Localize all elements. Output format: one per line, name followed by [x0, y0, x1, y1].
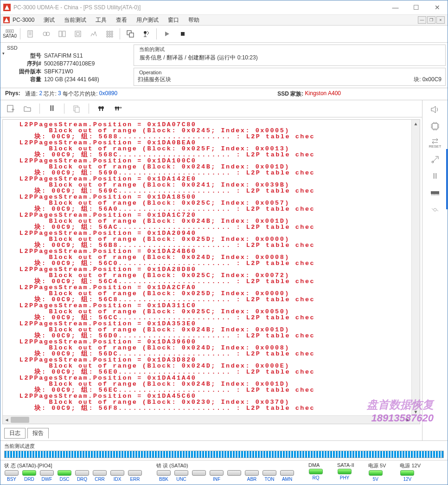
led-indicator	[128, 470, 142, 476]
menu-工具[interactable]: 工具	[92, 15, 110, 25]
status-group-title: 电源 12V	[400, 462, 421, 469]
led-indicator	[110, 470, 124, 476]
led-label: DWF	[42, 477, 52, 482]
led-indicator	[174, 470, 188, 476]
log-tool-copy[interactable]	[70, 102, 83, 115]
led-indicator	[400, 470, 414, 476]
status-bar: 状 态 (SATA0)-[PIO4]BSYDRDDWFDSCDRQCRRIDXE…	[0, 460, 448, 485]
led-indicator	[40, 470, 54, 476]
scroll-down-button[interactable]: ▼	[412, 408, 420, 416]
maximize-button[interactable]: ☐	[406, 0, 427, 14]
scroll-corner	[412, 416, 420, 424]
close-button[interactable]: ✕	[427, 0, 448, 14]
svg-rect-1	[7, 31, 8, 32]
tool-btn-7[interactable]	[123, 27, 138, 41]
menu-窗口[interactable]: 窗口	[164, 15, 183, 25]
led-label: DRD	[24, 477, 34, 482]
menu-测试[interactable]: 测试	[40, 15, 58, 25]
title-bar[interactable]: PC-3000 UDMA-E - China - [PS SSD Utility…	[0, 0, 448, 15]
side-tool-ram[interactable]	[429, 188, 441, 199]
scroll-left-button[interactable]: ◄	[3, 416, 11, 424]
led-indicator	[338, 469, 352, 474]
svg-rect-3	[11, 31, 12, 32]
tool-btn-5[interactable]	[86, 27, 101, 41]
log-toolbar: II	[0, 100, 422, 117]
phys-info-bar: Phys: 通道: 2 芯片: 3 每个芯片的块: 0x0890 SSD 家族:…	[0, 88, 448, 100]
perchip-label: 每个芯片的块:	[63, 90, 97, 98]
tab-report[interactable]: 报告	[27, 428, 49, 439]
led-indicator	[210, 470, 224, 476]
dropdown-arrow-icon[interactable]: ▾	[2, 51, 5, 56]
led-DRD: DRD	[22, 470, 37, 482]
mdi-close-button[interactable]: ×	[436, 16, 445, 24]
family-label: SSD 家族:	[277, 90, 303, 98]
channel-label: 通道:	[25, 90, 38, 98]
stop-button[interactable]	[175, 27, 190, 41]
app-window: PC-3000 UDMA-E - China - [PS SSD Utility…	[0, 0, 448, 485]
svg-rect-10	[77, 32, 79, 35]
scroll-up-button[interactable]: ▲	[412, 120, 420, 128]
led-indicator	[245, 470, 259, 476]
log-text: L2PPagesStream.Position = 0x1DA07C80 Blo…	[3, 120, 420, 413]
side-tool-chip[interactable]	[429, 121, 441, 132]
model-value: SATAFIRM S11	[44, 52, 83, 60]
status-group-title: 错 误 (SATA0)	[156, 462, 294, 469]
chip-label: 芯片:	[44, 90, 56, 98]
log-find-next-button[interactable]	[111, 102, 124, 115]
svg-point-19	[101, 106, 104, 109]
tool-btn-8[interactable]	[139, 27, 154, 41]
led-indicator	[280, 470, 294, 476]
menu-bar: PC-3000 测试当前测试工具查看用户测试窗口帮助 ― ❐ ×	[0, 15, 448, 26]
mdi-minimize-button[interactable]: ―	[418, 16, 426, 24]
scrollbar-vertical[interactable]: ▲ ▼	[411, 120, 420, 416]
perchip-value: 0x0890	[99, 90, 117, 98]
side-tool-settings[interactable]	[429, 204, 441, 215]
led-indicator	[75, 470, 89, 476]
menu-帮助[interactable]: 帮助	[185, 15, 203, 25]
play-button[interactable]	[160, 27, 174, 41]
tool-btn-3[interactable]	[55, 27, 70, 41]
svg-rect-8	[63, 31, 65, 37]
tool-btn-2[interactable]	[39, 27, 54, 41]
svg-point-25	[434, 208, 436, 211]
mdi-window-controls: ― ❐ ×	[417, 16, 445, 24]
menu-查看[interactable]: 查看	[112, 15, 131, 25]
svg-point-18	[98, 106, 101, 109]
menu-用户测试[interactable]: 用户测试	[133, 15, 162, 25]
current-test-line: 服务信息 / 翻译器 / 创建翻译器 (运行中 0:10:23)	[138, 53, 442, 63]
operation-desc: 扫描服务区块	[138, 76, 171, 84]
tab-log[interactable]: 日志	[4, 428, 26, 439]
scrollbar-horizontal[interactable]: ◄ ►	[3, 415, 412, 424]
side-tool-reset[interactable]: RESET	[429, 137, 441, 149]
side-tool-connector[interactable]	[429, 154, 441, 165]
info-pane: SSD ▾ 型号SATAFIRM S11 序列#50026B77740108E9…	[0, 43, 448, 88]
led-DSC: DSC	[57, 470, 72, 482]
port-selector[interactable]: SATA0	[2, 27, 17, 41]
led-indicator	[22, 470, 36, 476]
log-tool-open[interactable]	[21, 102, 34, 115]
led-label: DRQ	[77, 477, 87, 482]
log-find-button[interactable]	[95, 102, 108, 115]
led-label: ERR	[130, 477, 140, 482]
current-test-title: 当前的测试	[138, 46, 166, 53]
scroll-thumb[interactable]	[11, 417, 29, 423]
led-indicator	[262, 470, 276, 476]
svg-rect-4	[28, 31, 32, 37]
tool-btn-6[interactable]	[102, 27, 117, 41]
status-group: SATA-IIPHY	[337, 462, 354, 482]
scroll-right-button[interactable]: ►	[404, 416, 412, 424]
side-pause-button[interactable]: II	[429, 171, 441, 182]
menu-当前测试[interactable]: 当前测试	[60, 15, 90, 25]
log-tool-add[interactable]	[4, 102, 17, 115]
side-tool-sound[interactable]	[429, 104, 441, 115]
mdi-restore-button[interactable]: ❐	[427, 16, 435, 24]
led-5V: 5V	[368, 470, 383, 482]
window-title: PC-3000 UDMA-E - China - [PS SSD Utility…	[13, 4, 385, 11]
tool-btn-4[interactable]	[70, 27, 85, 41]
tool-btn-1[interactable]	[23, 27, 38, 41]
log-viewport[interactable]: L2PPagesStream.Position = 0x1DA07C80 Blo…	[2, 119, 420, 424]
led-label: INF	[213, 477, 220, 482]
minimize-button[interactable]: —	[385, 0, 406, 14]
led-RQ: RQ	[308, 469, 323, 480]
log-pause-button[interactable]: II	[45, 102, 58, 115]
